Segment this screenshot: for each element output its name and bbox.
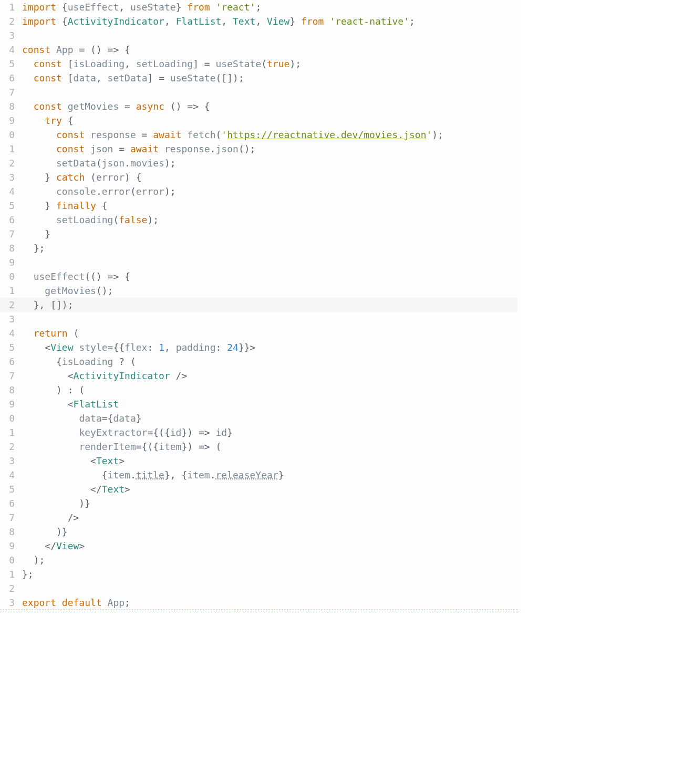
line-number: 3 xyxy=(0,170,20,184)
token-type: ActivityIndicator xyxy=(74,370,170,381)
line-number: 4 xyxy=(0,184,20,198)
token-plain xyxy=(22,413,79,424)
token-ident: fetch xyxy=(187,129,215,140)
token-plain xyxy=(22,328,34,339)
token-plain: ) : ( xyxy=(22,384,85,395)
line-code: )} xyxy=(20,496,517,510)
token-ident: getMovies xyxy=(68,101,119,112)
line-number: 9 xyxy=(0,255,20,269)
token-plain: ( xyxy=(85,172,96,183)
token-plain: . xyxy=(210,469,216,480)
code-line: 8 )} xyxy=(0,525,517,539)
token-plain: { xyxy=(22,356,62,367)
code-line: 2 renderItem={({item}) => ( xyxy=(0,440,517,454)
line-code: const response = await fetch('https://re… xyxy=(20,128,517,142)
line-code: {item.title}, {item.releaseYear} xyxy=(20,468,517,482)
line-number: 0 xyxy=(0,128,20,142)
token-ident: id xyxy=(216,427,227,438)
code-line: 0 data={data} xyxy=(0,411,517,425)
token-plain: , xyxy=(164,16,176,27)
token-plain: }, []); xyxy=(22,299,74,310)
token-type: FlatList xyxy=(74,399,119,410)
token-ident: error xyxy=(96,172,125,183)
code-line: 3 xyxy=(0,28,517,43)
line-number: 9 xyxy=(0,397,20,411)
line-number: 6 xyxy=(0,71,20,85)
token-plain xyxy=(22,214,56,225)
line-code: console.error(error); xyxy=(20,184,517,198)
line-number: 0 xyxy=(0,411,20,425)
token-plain: )} xyxy=(22,498,90,509)
token-ident: getMovies xyxy=(45,285,96,296)
line-code: /> xyxy=(20,510,517,525)
token-plain xyxy=(22,285,45,296)
line-number: 2 xyxy=(0,14,20,28)
line-code: import {ActivityIndicator, FlatList, Tex… xyxy=(20,14,517,28)
token-plain: [ xyxy=(68,58,74,69)
line-number: 3 xyxy=(0,595,20,610)
token-plain: , xyxy=(221,16,233,27)
line-number: 6 xyxy=(0,496,20,510)
code-line: 6 {isLoading ? ( xyxy=(0,354,517,369)
line-number: 4 xyxy=(0,326,20,340)
code-line: 7 } xyxy=(0,227,517,241)
token-plain: : xyxy=(147,342,159,353)
code-line: 9 </View> xyxy=(0,539,517,553)
code-line: 2 xyxy=(0,581,517,595)
token-plain: ; xyxy=(255,2,261,13)
token-keyword: await xyxy=(130,143,159,154)
token-ident: id xyxy=(170,427,182,438)
token-plain: ? ( xyxy=(113,356,136,367)
line-number: 3 xyxy=(0,454,20,468)
token-plain: < xyxy=(22,342,50,353)
code-line: 5 const [isLoading, setLoading] = useSta… xyxy=(0,57,517,71)
token-number: 24 xyxy=(227,342,239,353)
code-line: 9 try { xyxy=(0,113,517,128)
code-line: 3 <Text> xyxy=(0,454,517,468)
line-code: const App = () => { xyxy=(20,43,517,57)
token-plain: } xyxy=(22,228,50,239)
token-plain xyxy=(181,129,187,140)
token-plain: </ xyxy=(22,540,56,551)
line-code: useEffect(() => { xyxy=(20,269,517,284)
token-plain: . xyxy=(130,469,136,480)
code-line: 7 xyxy=(0,85,517,99)
line-number: 1 xyxy=(0,142,20,156)
token-bool: false xyxy=(119,214,147,225)
line-number: 4 xyxy=(0,43,20,57)
code-line: 0 ); xyxy=(0,553,517,567)
token-plain: ( xyxy=(68,328,79,339)
token-ident: useState xyxy=(130,2,176,13)
token-plain: ); xyxy=(147,214,159,225)
token-plain: ); xyxy=(164,158,176,169)
line-number: 7 xyxy=(0,510,20,525)
token-plain: ); xyxy=(289,58,301,69)
line-code: ) : ( xyxy=(20,383,517,397)
line-number: 2 xyxy=(0,156,20,170)
token-plain: , xyxy=(255,16,267,27)
line-number: 2 xyxy=(0,440,20,454)
line-number: 2 xyxy=(0,298,20,312)
token-plain: ={ xyxy=(102,413,113,424)
token-plain: < xyxy=(22,455,96,466)
code-line: 8 const getMovies = async () => { xyxy=(0,99,517,113)
token-plain: < xyxy=(22,399,74,410)
token-plain xyxy=(22,115,45,126)
token-ident: data xyxy=(74,72,96,83)
code-line: 0 const response = await fetch('https://… xyxy=(0,128,517,142)
token-plain: = () => { xyxy=(74,44,130,55)
token-keyword: const xyxy=(22,44,56,55)
code-line: 8 ) : ( xyxy=(0,383,517,397)
line-code: }, []); xyxy=(20,298,517,312)
line-number: 9 xyxy=(0,113,20,128)
line-number: 8 xyxy=(0,241,20,255)
token-plain: , xyxy=(164,342,176,353)
token-plain: } xyxy=(227,427,233,438)
token-plain: (); xyxy=(96,285,113,296)
token-plain: ([]); xyxy=(216,72,244,83)
line-number: 9 xyxy=(0,539,20,553)
code-line: 4const App = () => { xyxy=(0,43,517,57)
line-code: data={data} xyxy=(20,411,517,425)
line-code: )} xyxy=(20,525,517,539)
code-line: 6 )} xyxy=(0,496,517,510)
